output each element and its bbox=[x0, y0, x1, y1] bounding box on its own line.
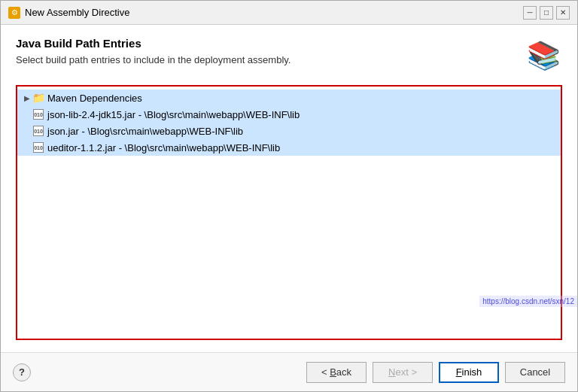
list-item[interactable]: ▶ 📁 Maven Dependencies bbox=[17, 90, 561, 106]
title-bar: ⚙ New Assembly Directive ─ □ ✕ bbox=[1, 1, 577, 25]
folder-icon: 📁 bbox=[32, 92, 44, 104]
page-title: Java Build Path Entries bbox=[16, 37, 517, 50]
list-item-label: json-lib-2.4-jdk15.jar - \Blog\src\main\… bbox=[47, 109, 300, 120]
expand-arrow[interactable]: ▶ bbox=[22, 93, 32, 103]
header-section: Java Build Path Entries Select build pat… bbox=[16, 37, 562, 74]
list-item[interactable]: 010 ueditor-1.1.2.jar - \Blog\src\main\w… bbox=[17, 139, 561, 156]
list-item-label: json.jar - \Blog\src\main\webapp\WEB-INF… bbox=[47, 126, 243, 137]
finish-button[interactable]: Finish bbox=[439, 362, 499, 383]
list-item-label: ueditor-1.1.2.jar - \Blog\src\main\webap… bbox=[47, 142, 280, 153]
jar-icon: 010 bbox=[32, 108, 44, 120]
minimize-button[interactable]: ─ bbox=[523, 6, 537, 20]
header-text: Java Build Path Entries Select build pat… bbox=[16, 37, 517, 65]
back-button[interactable]: < Back bbox=[306, 362, 367, 383]
title-controls: ─ □ ✕ bbox=[523, 6, 570, 20]
app-icon: ⚙ bbox=[8, 7, 20, 19]
list-item-label: Maven Dependencies bbox=[47, 93, 142, 104]
jar-icon: 010 bbox=[32, 125, 44, 137]
header-icon: 📚 bbox=[525, 37, 562, 74]
dialog-title: New Assembly Directive bbox=[25, 7, 129, 18]
cancel-button[interactable]: Cancel bbox=[505, 362, 565, 383]
next-button[interactable]: Next > bbox=[373, 362, 433, 383]
title-bar-left: ⚙ New Assembly Directive bbox=[8, 7, 129, 19]
dialog-window: ⚙ New Assembly Directive ─ □ ✕ Java Buil… bbox=[0, 0, 578, 392]
watermark: https://blog.csdn.net/sxn/12 bbox=[479, 296, 577, 307]
jar-icon: 010 bbox=[32, 141, 44, 153]
list-item[interactable]: 010 json.jar - \Blog\src\main\webapp\WEB… bbox=[17, 123, 561, 139]
help-button[interactable]: ? bbox=[13, 363, 31, 381]
close-button[interactable]: ✕ bbox=[556, 6, 570, 20]
button-bar: ? < Back Next > Finish Cancel bbox=[1, 352, 577, 391]
maximize-button[interactable]: □ bbox=[540, 6, 553, 20]
list-item[interactable]: 010 json-lib-2.4-jdk15.jar - \Blog\src\m… bbox=[17, 106, 561, 123]
page-description: Select build path entries to include in … bbox=[16, 54, 517, 65]
dialog-content: Java Build Path Entries Select build pat… bbox=[1, 25, 577, 352]
